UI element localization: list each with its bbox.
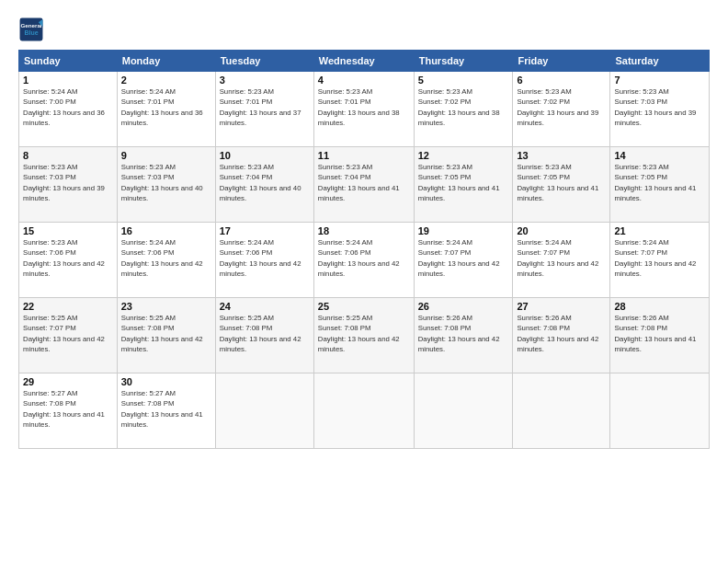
calendar-cell: 19Sunrise: 5:24 AMSunset: 7:07 PMDayligh… xyxy=(414,223,513,298)
calendar-cell: 3Sunrise: 5:23 AMSunset: 7:01 PMDaylight… xyxy=(215,72,313,147)
day-number: 14 xyxy=(614,150,705,161)
calendar-cell: 22Sunrise: 5:25 AMSunset: 7:07 PMDayligh… xyxy=(19,298,118,373)
calendar-cell: 18Sunrise: 5:24 AMSunset: 7:06 PMDayligh… xyxy=(313,223,414,298)
calendar-cell: 11Sunrise: 5:23 AMSunset: 7:04 PMDayligh… xyxy=(313,147,414,223)
day-info: Sunrise: 5:25 AMSunset: 7:08 PMDaylight:… xyxy=(121,313,211,354)
calendar-cell: 21Sunrise: 5:24 AMSunset: 7:07 PMDayligh… xyxy=(610,223,710,298)
col-header-tuesday: Tuesday xyxy=(215,51,313,72)
calendar-cell: 4Sunrise: 5:23 AMSunset: 7:01 PMDaylight… xyxy=(313,72,414,147)
calendar-cell xyxy=(610,373,710,449)
day-info: Sunrise: 5:24 AMSunset: 7:07 PMDaylight:… xyxy=(418,237,509,279)
day-info: Sunrise: 5:23 AMSunset: 7:04 PMDaylight:… xyxy=(220,162,310,203)
calendar-cell xyxy=(215,373,313,449)
day-info: Sunrise: 5:23 AMSunset: 7:03 PMDaylight:… xyxy=(121,162,211,203)
day-number: 17 xyxy=(220,225,310,236)
calendar-cell: 6Sunrise: 5:23 AMSunset: 7:02 PMDaylight… xyxy=(513,72,610,147)
calendar-cell xyxy=(313,373,414,449)
day-number: 12 xyxy=(418,150,509,161)
logo-icon: General Blue xyxy=(18,17,44,42)
day-info: Sunrise: 5:23 AMSunset: 7:03 PMDaylight:… xyxy=(23,162,113,203)
day-number: 13 xyxy=(517,150,606,161)
day-number: 6 xyxy=(517,75,606,86)
day-number: 18 xyxy=(318,225,410,236)
day-number: 8 xyxy=(23,150,113,161)
svg-text:Blue: Blue xyxy=(24,29,38,36)
day-number: 23 xyxy=(121,301,211,312)
day-info: Sunrise: 5:25 AMSunset: 7:08 PMDaylight:… xyxy=(220,313,310,354)
day-number: 29 xyxy=(23,376,113,387)
calendar-cell: 16Sunrise: 5:24 AMSunset: 7:06 PMDayligh… xyxy=(117,223,215,298)
day-number: 24 xyxy=(220,301,310,312)
calendar-cell: 24Sunrise: 5:25 AMSunset: 7:08 PMDayligh… xyxy=(215,298,313,373)
day-info: Sunrise: 5:25 AMSunset: 7:08 PMDaylight:… xyxy=(318,313,410,354)
day-number: 20 xyxy=(517,225,606,236)
day-number: 4 xyxy=(318,75,410,86)
col-header-monday: Monday xyxy=(117,51,215,72)
calendar-cell: 25Sunrise: 5:25 AMSunset: 7:08 PMDayligh… xyxy=(313,298,414,373)
day-info: Sunrise: 5:23 AMSunset: 7:03 PMDaylight:… xyxy=(614,86,705,128)
day-info: Sunrise: 5:23 AMSunset: 7:05 PMDaylight:… xyxy=(517,162,606,203)
col-header-friday: Friday xyxy=(513,51,610,72)
day-info: Sunrise: 5:27 AMSunset: 7:08 PMDaylight:… xyxy=(121,388,211,430)
day-number: 26 xyxy=(418,301,509,312)
calendar-cell: 13Sunrise: 5:23 AMSunset: 7:05 PMDayligh… xyxy=(513,147,610,223)
day-info: Sunrise: 5:23 AMSunset: 7:02 PMDaylight:… xyxy=(517,86,606,128)
calendar-cell: 15Sunrise: 5:23 AMSunset: 7:06 PMDayligh… xyxy=(19,223,118,298)
calendar-cell: 8Sunrise: 5:23 AMSunset: 7:03 PMDaylight… xyxy=(19,147,118,223)
calendar-cell xyxy=(414,373,513,449)
col-header-saturday: Saturday xyxy=(610,51,710,72)
svg-text:General: General xyxy=(20,22,41,29)
day-info: Sunrise: 5:25 AMSunset: 7:07 PMDaylight:… xyxy=(23,313,113,354)
day-info: Sunrise: 5:24 AMSunset: 7:07 PMDaylight:… xyxy=(517,237,606,279)
day-number: 9 xyxy=(121,150,211,161)
day-info: Sunrise: 5:24 AMSunset: 7:01 PMDaylight:… xyxy=(121,86,211,128)
day-info: Sunrise: 5:26 AMSunset: 7:08 PMDaylight:… xyxy=(517,313,606,354)
calendar-cell: 17Sunrise: 5:24 AMSunset: 7:06 PMDayligh… xyxy=(215,223,313,298)
col-header-wednesday: Wednesday xyxy=(313,51,414,72)
day-number: 3 xyxy=(220,75,310,86)
day-info: Sunrise: 5:26 AMSunset: 7:08 PMDaylight:… xyxy=(418,313,509,354)
calendar-cell: 12Sunrise: 5:23 AMSunset: 7:05 PMDayligh… xyxy=(414,147,513,223)
day-number: 25 xyxy=(318,301,410,312)
calendar-cell: 29Sunrise: 5:27 AMSunset: 7:08 PMDayligh… xyxy=(19,373,118,449)
day-number: 11 xyxy=(318,150,410,161)
day-number: 10 xyxy=(220,150,310,161)
day-info: Sunrise: 5:23 AMSunset: 7:02 PMDaylight:… xyxy=(418,86,509,128)
calendar-cell: 20Sunrise: 5:24 AMSunset: 7:07 PMDayligh… xyxy=(513,223,610,298)
day-info: Sunrise: 5:24 AMSunset: 7:07 PMDaylight:… xyxy=(614,237,705,279)
calendar-cell: 23Sunrise: 5:25 AMSunset: 7:08 PMDayligh… xyxy=(117,298,215,373)
day-number: 22 xyxy=(23,301,113,312)
calendar-cell: 26Sunrise: 5:26 AMSunset: 7:08 PMDayligh… xyxy=(414,298,513,373)
calendar-cell xyxy=(513,373,610,449)
day-info: Sunrise: 5:24 AMSunset: 7:06 PMDaylight:… xyxy=(220,237,310,279)
day-number: 15 xyxy=(23,225,113,236)
day-info: Sunrise: 5:23 AMSunset: 7:06 PMDaylight:… xyxy=(23,237,113,279)
day-number: 7 xyxy=(614,75,705,86)
day-number: 2 xyxy=(121,75,211,86)
calendar-cell: 30Sunrise: 5:27 AMSunset: 7:08 PMDayligh… xyxy=(117,373,215,449)
calendar-cell: 9Sunrise: 5:23 AMSunset: 7:03 PMDaylight… xyxy=(117,147,215,223)
day-number: 16 xyxy=(121,225,211,236)
day-info: Sunrise: 5:26 AMSunset: 7:08 PMDaylight:… xyxy=(614,313,705,354)
day-number: 5 xyxy=(418,75,509,86)
day-number: 28 xyxy=(614,301,705,312)
day-number: 27 xyxy=(517,301,606,312)
day-info: Sunrise: 5:23 AMSunset: 7:01 PMDaylight:… xyxy=(220,86,310,128)
day-number: 1 xyxy=(23,75,113,86)
day-number: 21 xyxy=(614,225,705,236)
calendar-cell: 1Sunrise: 5:24 AMSunset: 7:00 PMDaylight… xyxy=(19,72,118,147)
day-info: Sunrise: 5:23 AMSunset: 7:05 PMDaylight:… xyxy=(418,162,509,203)
day-info: Sunrise: 5:24 AMSunset: 7:06 PMDaylight:… xyxy=(318,237,410,279)
calendar-cell: 2Sunrise: 5:24 AMSunset: 7:01 PMDaylight… xyxy=(117,72,215,147)
calendar-cell: 14Sunrise: 5:23 AMSunset: 7:05 PMDayligh… xyxy=(610,147,710,223)
day-number: 19 xyxy=(418,225,509,236)
calendar-cell: 27Sunrise: 5:26 AMSunset: 7:08 PMDayligh… xyxy=(513,298,610,373)
calendar-table: SundayMondayTuesdayWednesdayThursdayFrid… xyxy=(18,50,710,449)
calendar-cell: 28Sunrise: 5:26 AMSunset: 7:08 PMDayligh… xyxy=(610,298,710,373)
day-info: Sunrise: 5:27 AMSunset: 7:08 PMDaylight:… xyxy=(23,388,113,430)
calendar-cell: 5Sunrise: 5:23 AMSunset: 7:02 PMDaylight… xyxy=(414,72,513,147)
logo: General Blue xyxy=(18,17,44,42)
day-number: 30 xyxy=(121,376,211,387)
calendar-cell: 10Sunrise: 5:23 AMSunset: 7:04 PMDayligh… xyxy=(215,147,313,223)
day-info: Sunrise: 5:24 AMSunset: 7:06 PMDaylight:… xyxy=(121,237,211,279)
